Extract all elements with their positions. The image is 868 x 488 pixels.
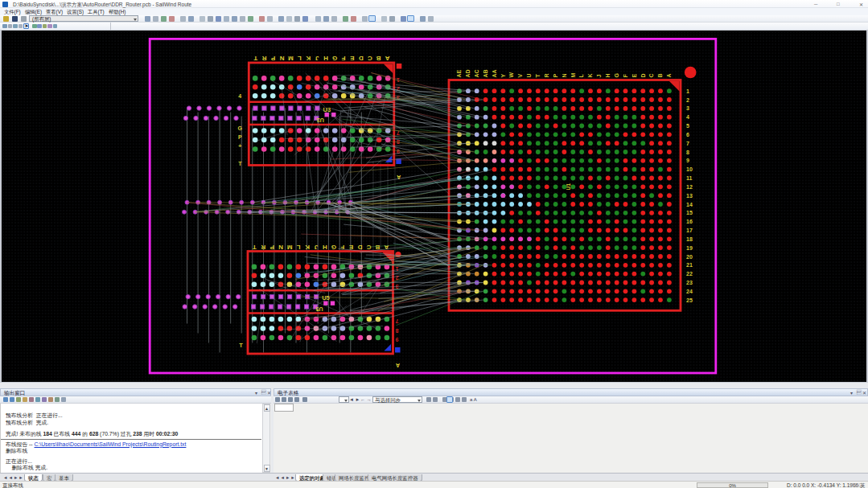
svg-text:18: 18 — [686, 236, 693, 241]
svg-text:D: D — [357, 243, 362, 250]
svg-text:P: P — [553, 73, 558, 77]
svg-text:19: 19 — [686, 244, 693, 250]
svg-text:P: P — [270, 55, 275, 62]
svg-text:3: 3 — [686, 105, 689, 111]
svg-text:G: G — [238, 125, 243, 131]
svg-text:20: 20 — [686, 253, 693, 259]
svg-text:L: L — [578, 73, 584, 77]
svg-text:T: T — [238, 161, 242, 166]
svg-text:C: C — [368, 55, 372, 62]
svg-text:15: 15 — [686, 210, 693, 215]
svg-text:F: F — [623, 73, 628, 77]
svg-text:J: J — [315, 55, 319, 62]
svg-text:9: 9 — [686, 158, 689, 163]
svg-text:14: 14 — [686, 201, 693, 207]
svg-text:AD: AD — [465, 69, 471, 77]
svg-text:AB: AB — [483, 69, 488, 77]
svg-text:L: L — [298, 55, 302, 62]
svg-text:M: M — [288, 55, 294, 62]
svg-text:16: 16 — [686, 219, 693, 224]
svg-text:K: K — [305, 243, 310, 250]
svg-text:H: H — [323, 243, 327, 250]
svg-text:C: C — [648, 73, 654, 77]
svg-text:7: 7 — [686, 140, 689, 146]
svg-text:21: 21 — [686, 262, 693, 268]
svg-text:7: 7 — [395, 318, 398, 324]
svg-text:A: A — [396, 363, 400, 368]
svg-text:6: 6 — [686, 131, 689, 137]
svg-text:D: D — [640, 73, 646, 77]
svg-text:V: V — [517, 73, 523, 77]
svg-text:R: R — [261, 55, 266, 62]
svg-text:K: K — [587, 73, 593, 77]
svg-text:9: 9 — [395, 337, 398, 342]
svg-text:R: R — [544, 73, 549, 77]
svg-text:4: 4 — [238, 93, 241, 99]
svg-text:U3: U3 — [317, 117, 324, 123]
svg-text:24: 24 — [686, 288, 693, 293]
svg-text:M: M — [570, 72, 576, 77]
svg-text:+: + — [238, 143, 241, 149]
svg-text:8: 8 — [686, 149, 689, 154]
svg-text:2: 2 — [397, 86, 400, 92]
svg-text:L: L — [296, 243, 300, 250]
svg-text:22: 22 — [686, 271, 693, 277]
svg-text:A: A — [666, 73, 672, 77]
svg-text:G: G — [332, 55, 337, 62]
svg-text:P: P — [269, 243, 274, 250]
svg-text:F: F — [341, 55, 345, 62]
svg-text:K: K — [306, 55, 311, 62]
svg-text:AA: AA — [492, 69, 497, 77]
svg-text:U: U — [526, 73, 532, 77]
svg-text:J: J — [315, 243, 318, 250]
svg-text:H: H — [605, 73, 611, 77]
svg-text:N: N — [562, 73, 567, 77]
svg-text:W: W — [508, 72, 514, 77]
svg-text:M: M — [286, 243, 292, 250]
svg-text:B: B — [375, 243, 380, 250]
svg-text:E: E — [631, 73, 637, 77]
svg-text:B: B — [376, 55, 381, 62]
svg-text:AE: AE — [456, 69, 462, 77]
svg-text:G: G — [614, 72, 619, 77]
svg-text:T: T — [253, 243, 257, 250]
svg-text:Y: Y — [500, 73, 506, 77]
svg-text:5: 5 — [686, 123, 689, 129]
svg-text:B: B — [657, 73, 663, 77]
svg-text:R: R — [261, 243, 265, 250]
svg-text:25: 25 — [686, 297, 693, 302]
svg-text:T: T — [239, 341, 243, 348]
svg-text:4: 4 — [686, 114, 689, 120]
svg-text:J: J — [596, 74, 602, 77]
svg-text:2: 2 — [686, 96, 689, 102]
svg-text:T: T — [535, 73, 541, 77]
svg-text:H: H — [323, 55, 328, 62]
svg-text:17: 17 — [686, 228, 693, 233]
svg-text:11: 11 — [686, 175, 693, 181]
svg-text:U1: U1 — [566, 182, 571, 190]
svg-text:N: N — [278, 243, 283, 250]
svg-text:D: D — [359, 55, 364, 62]
svg-text:E: E — [348, 243, 353, 250]
svg-text:10: 10 — [686, 166, 693, 172]
svg-text:U5: U5 — [315, 306, 323, 311]
svg-text:T: T — [253, 55, 257, 62]
svg-text:12: 12 — [686, 183, 693, 189]
svg-text:1: 1 — [686, 88, 689, 93]
svg-text:G: G — [331, 243, 336, 250]
svg-text:13: 13 — [686, 192, 693, 198]
svg-text:A: A — [385, 55, 389, 62]
svg-text:8: 8 — [395, 327, 398, 333]
svg-text:E: E — [350, 55, 355, 62]
svg-text:P: P — [238, 134, 242, 140]
svg-text:N: N — [279, 55, 284, 62]
svg-text:23: 23 — [686, 280, 693, 285]
svg-text:AC: AC — [474, 69, 479, 77]
